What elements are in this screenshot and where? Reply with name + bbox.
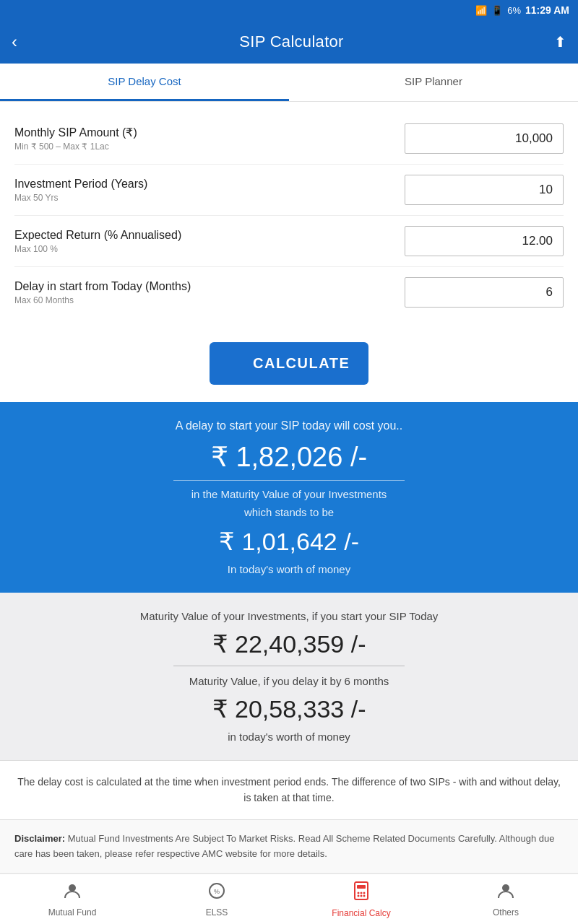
delay-cost-text: A delay to start your SIP today will cos… [14, 419, 564, 432]
delay-amount-medium: ₹ 1,01,642 /- [14, 527, 564, 556]
svg-point-0 [69, 884, 76, 892]
disclaimer-section: Disclaimer: Mutual Fund Investments Are … [0, 819, 578, 873]
nav-item-elss[interactable]: % ELSS [144, 874, 289, 924]
delay-months-input-wrap [405, 277, 564, 308]
page-title: SIP Calculator [29, 32, 554, 51]
svg-rect-4 [357, 885, 366, 889]
disclaimer-label: Disclaimer: [14, 833, 65, 844]
info-text-section: The delay cost is calculated at the time… [0, 760, 578, 819]
tab-sip-planner[interactable]: SIP Planner [289, 64, 578, 101]
elss-label: ELSS [206, 907, 228, 918]
monthly-sip-row: Monthly SIP Amount (₹) Min ₹ 500 – Max ₹… [14, 113, 564, 165]
disclaimer-text: Mutual Fund Investments Are Subject To M… [14, 833, 554, 859]
calculate-button[interactable]: CALCULATE [210, 342, 368, 385]
expected-return-input-wrap [405, 226, 564, 256]
svg-point-10 [363, 894, 366, 897]
tab-sip-delay-cost[interactable]: SIP Delay Cost [0, 64, 289, 101]
delay-months-input[interactable] [405, 277, 564, 308]
battery-level: 6% [507, 5, 521, 16]
back-button[interactable]: ‹ [12, 32, 17, 52]
maturity-delay-text: Maturity Value, if you delay it by 6 mon… [14, 675, 564, 687]
delay-months-label: Delay in start from Today (Months) [14, 280, 405, 293]
svg-point-11 [502, 884, 509, 892]
in-maturity-text: in the Maturity Value of your Investment… [14, 488, 564, 500]
expected-return-label-group: Expected Return (% Annualised) Max 100 % [14, 229, 405, 254]
calculate-button-wrap: CALCULATE [0, 329, 578, 402]
tab-bar: SIP Delay Cost SIP Planner [0, 64, 578, 102]
investment-period-row: Investment Period (Years) Max 50 Yrs [14, 165, 564, 216]
signal-icon: 📱 [491, 5, 503, 16]
monthly-sip-input-wrap [405, 123, 564, 154]
expected-return-label: Expected Return (% Annualised) [14, 229, 405, 242]
nav-item-mutual-fund[interactable]: Mutual Fund [0, 874, 144, 924]
investment-period-label-group: Investment Period (Years) Max 50 Yrs [14, 178, 405, 203]
delay-months-row: Delay in start from Today (Months) Max 6… [14, 267, 564, 318]
monthly-sip-input[interactable] [405, 123, 564, 154]
maturity-section-title: Maturity Value of your Investments, if y… [14, 610, 564, 622]
monthly-sip-label-group: Monthly SIP Amount (₹) Min ₹ 500 – Max ₹… [14, 126, 405, 152]
blue-divider [173, 480, 405, 481]
maturity-amount-large: ₹ 22,40,359 /- [14, 629, 564, 658]
investment-period-sublabel: Max 50 Yrs [14, 193, 405, 203]
investment-period-input[interactable] [405, 175, 564, 205]
today-worth-text-blue: In today's worth of money [14, 563, 564, 575]
svg-point-9 [361, 894, 363, 897]
app-header: ‹ SIP Calculator ⬆ [0, 20, 578, 64]
elss-icon: % [207, 881, 226, 905]
grey-divider [173, 666, 405, 666]
svg-point-7 [363, 892, 366, 894]
svg-point-6 [361, 892, 363, 894]
result-grey-section: Maturity Value of your Investments, if y… [0, 593, 578, 760]
svg-text:%: % [214, 888, 220, 895]
wifi-icon: 📶 [475, 5, 487, 16]
monthly-sip-label: Monthly SIP Amount (₹) [14, 126, 405, 139]
nav-item-financial-calcy[interactable]: Financial Calcy [289, 874, 434, 924]
expected-return-sublabel: Max 100 % [14, 244, 405, 254]
nav-item-others[interactable]: Others [434, 874, 578, 924]
mutual-fund-icon [63, 881, 82, 905]
info-text-content: The delay cost is calculated at the time… [17, 776, 561, 803]
svg-point-8 [358, 894, 360, 897]
result-blue-section: A delay to start your SIP today will cos… [0, 402, 578, 593]
which-stands-text: which stands to be [14, 506, 564, 518]
share-button[interactable]: ⬆ [554, 33, 566, 51]
delay-amount-big: ₹ 1,82,026 /- [14, 441, 564, 473]
investment-period-label: Investment Period (Years) [14, 178, 405, 191]
delay-months-sublabel: Max 60 Months [14, 295, 405, 305]
time-display: 11:29 AM [525, 4, 569, 16]
others-icon [496, 881, 515, 905]
investment-period-input-wrap [405, 175, 564, 205]
expected-return-input[interactable] [405, 226, 564, 256]
status-bar: 📶 📱 6% 11:29 AM [0, 0, 578, 20]
today-worth-text-grey: in today's worth of money [14, 731, 564, 743]
bottom-nav: Mutual Fund % ELSS Financial Calcy [0, 873, 578, 924]
calculator-form: Monthly SIP Amount (₹) Min ₹ 500 – Max ₹… [0, 102, 578, 329]
svg-point-5 [358, 892, 360, 894]
financial-calcy-label: Financial Calcy [332, 908, 390, 918]
financial-calcy-icon [352, 881, 371, 905]
expected-return-row: Expected Return (% Annualised) Max 100 % [14, 216, 564, 267]
others-label: Others [493, 907, 519, 918]
monthly-sip-sublabel: Min ₹ 500 – Max ₹ 1Lac [14, 141, 405, 152]
mutual-fund-label: Mutual Fund [48, 907, 97, 918]
delay-months-label-group: Delay in start from Today (Months) Max 6… [14, 280, 405, 305]
maturity-amount-medium: ₹ 20,58,333 /- [14, 694, 564, 723]
